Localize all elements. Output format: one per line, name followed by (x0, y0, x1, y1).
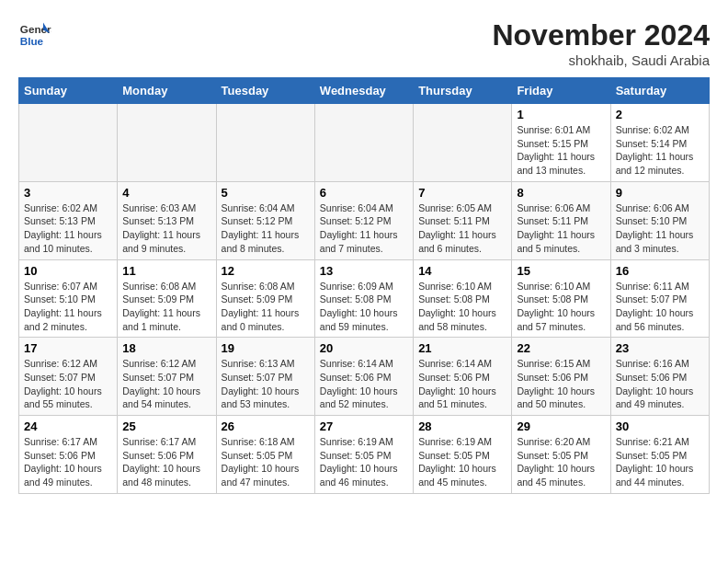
day-info: Sunrise: 6:06 AM Sunset: 5:10 PM Dayligh… (616, 201, 704, 256)
day-number: 2 (616, 108, 704, 121)
day-info: Sunrise: 6:02 AM Sunset: 5:13 PM Dayligh… (24, 201, 112, 256)
calendar-cell: 8Sunrise: 6:06 AM Sunset: 5:11 PM Daylig… (512, 181, 610, 259)
calendar-cell: 30Sunrise: 6:21 AM Sunset: 5:05 PM Dayli… (610, 416, 709, 494)
day-info: Sunrise: 6:13 AM Sunset: 5:07 PM Dayligh… (222, 357, 310, 411)
day-info: Sunrise: 6:14 AM Sunset: 5:06 PM Dayligh… (320, 357, 408, 411)
calendar-cell: 3Sunrise: 6:02 AM Sunset: 5:13 PM Daylig… (19, 181, 118, 259)
weekday-header-saturday: Saturday (610, 78, 709, 104)
day-number: 16 (616, 264, 704, 278)
calendar-header-row: SundayMondayTuesdayWednesdayThursdayFrid… (19, 78, 710, 104)
day-number: 30 (616, 419, 704, 433)
calendar-cell: 6Sunrise: 6:04 AM Sunset: 5:12 PM Daylig… (314, 181, 413, 259)
day-info: Sunrise: 6:18 AM Sunset: 5:05 PM Dayligh… (222, 435, 310, 489)
calendar-table: SundayMondayTuesdayWednesdayThursdayFrid… (18, 77, 710, 494)
calendar-cell: 28Sunrise: 6:19 AM Sunset: 5:05 PM Dayli… (414, 416, 512, 494)
calendar-cell: 11Sunrise: 6:08 AM Sunset: 5:09 PM Dayli… (118, 259, 216, 338)
calendar-cell (216, 104, 314, 182)
month-title: November 2024 (492, 18, 710, 52)
day-number: 1 (517, 108, 605, 121)
calendar-cell: 7Sunrise: 6:05 AM Sunset: 5:11 PM Daylig… (414, 181, 512, 259)
calendar-cell: 24Sunrise: 6:17 AM Sunset: 5:06 PM Dayli… (19, 416, 118, 494)
day-info: Sunrise: 6:19 AM Sunset: 5:05 PM Dayligh… (418, 435, 506, 489)
day-info: Sunrise: 6:03 AM Sunset: 5:13 PM Dayligh… (122, 201, 210, 256)
day-number: 3 (24, 186, 112, 200)
day-number: 14 (418, 264, 506, 278)
day-info: Sunrise: 6:10 AM Sunset: 5:08 PM Dayligh… (418, 280, 506, 334)
day-info: Sunrise: 6:10 AM Sunset: 5:08 PM Dayligh… (517, 280, 605, 334)
weekday-header-friday: Friday (512, 78, 610, 104)
day-info: Sunrise: 6:17 AM Sunset: 5:06 PM Dayligh… (122, 435, 210, 489)
calendar-cell: 14Sunrise: 6:10 AM Sunset: 5:08 PM Dayli… (414, 259, 512, 338)
calendar-cell: 23Sunrise: 6:16 AM Sunset: 5:06 PM Dayli… (610, 338, 709, 416)
calendar-cell: 20Sunrise: 6:14 AM Sunset: 5:06 PM Dayli… (314, 338, 413, 416)
day-number: 9 (616, 186, 704, 200)
day-info: Sunrise: 6:05 AM Sunset: 5:11 PM Dayligh… (418, 201, 506, 256)
calendar-cell: 25Sunrise: 6:17 AM Sunset: 5:06 PM Dayli… (118, 416, 216, 494)
svg-text:Blue: Blue (20, 35, 44, 47)
calendar-week-1: 1Sunrise: 6:01 AM Sunset: 5:15 PM Daylig… (19, 104, 710, 182)
day-number: 27 (320, 419, 408, 433)
calendar-cell: 2Sunrise: 6:02 AM Sunset: 5:14 PM Daylig… (610, 104, 709, 182)
calendar-cell: 13Sunrise: 6:09 AM Sunset: 5:08 PM Dayli… (314, 259, 413, 338)
title-block: November 2024 shokhaib, Saudi Arabia (492, 18, 710, 68)
day-number: 10 (24, 264, 112, 278)
day-info: Sunrise: 6:14 AM Sunset: 5:06 PM Dayligh… (418, 357, 506, 411)
day-number: 4 (122, 186, 210, 200)
day-info: Sunrise: 6:12 AM Sunset: 5:07 PM Dayligh… (122, 357, 210, 411)
calendar-week-4: 17Sunrise: 6:12 AM Sunset: 5:07 PM Dayli… (19, 338, 710, 416)
day-info: Sunrise: 6:04 AM Sunset: 5:12 PM Dayligh… (222, 201, 310, 256)
calendar-cell: 26Sunrise: 6:18 AM Sunset: 5:05 PM Dayli… (216, 416, 314, 494)
day-number: 19 (222, 341, 310, 355)
day-number: 24 (24, 419, 112, 433)
calendar-week-3: 10Sunrise: 6:07 AM Sunset: 5:10 PM Dayli… (19, 259, 710, 338)
calendar-cell: 12Sunrise: 6:08 AM Sunset: 5:09 PM Dayli… (216, 259, 314, 338)
day-number: 21 (418, 341, 506, 355)
day-number: 20 (320, 341, 408, 355)
logo-icon: General Blue (18, 18, 51, 52)
calendar-cell: 1Sunrise: 6:01 AM Sunset: 5:15 PM Daylig… (512, 104, 610, 182)
calendar-cell: 17Sunrise: 6:12 AM Sunset: 5:07 PM Dayli… (19, 338, 118, 416)
day-info: Sunrise: 6:20 AM Sunset: 5:05 PM Dayligh… (517, 435, 605, 489)
day-number: 29 (517, 419, 605, 433)
calendar-cell: 27Sunrise: 6:19 AM Sunset: 5:05 PM Dayli… (314, 416, 413, 494)
day-number: 25 (122, 419, 210, 433)
calendar-cell: 21Sunrise: 6:14 AM Sunset: 5:06 PM Dayli… (414, 338, 512, 416)
calendar-cell: 5Sunrise: 6:04 AM Sunset: 5:12 PM Daylig… (216, 181, 314, 259)
day-number: 28 (418, 419, 506, 433)
day-info: Sunrise: 6:08 AM Sunset: 5:09 PM Dayligh… (222, 280, 310, 334)
day-number: 22 (517, 341, 605, 355)
calendar-cell (314, 104, 413, 182)
logo: General Blue (18, 18, 51, 52)
calendar-cell: 4Sunrise: 6:03 AM Sunset: 5:13 PM Daylig… (118, 181, 216, 259)
calendar-cell: 29Sunrise: 6:20 AM Sunset: 5:05 PM Dayli… (512, 416, 610, 494)
calendar-cell: 10Sunrise: 6:07 AM Sunset: 5:10 PM Dayli… (19, 259, 118, 338)
day-info: Sunrise: 6:19 AM Sunset: 5:05 PM Dayligh… (320, 435, 408, 489)
weekday-header-wednesday: Wednesday (314, 78, 413, 104)
day-info: Sunrise: 6:08 AM Sunset: 5:09 PM Dayligh… (122, 280, 210, 334)
day-info: Sunrise: 6:04 AM Sunset: 5:12 PM Dayligh… (320, 201, 408, 256)
calendar-cell: 16Sunrise: 6:11 AM Sunset: 5:07 PM Dayli… (610, 259, 709, 338)
calendar-cell: 22Sunrise: 6:15 AM Sunset: 5:06 PM Dayli… (512, 338, 610, 416)
day-info: Sunrise: 6:15 AM Sunset: 5:06 PM Dayligh… (517, 357, 605, 411)
weekday-header-monday: Monday (118, 78, 216, 104)
day-number: 6 (320, 186, 408, 200)
calendar-week-2: 3Sunrise: 6:02 AM Sunset: 5:13 PM Daylig… (19, 181, 710, 259)
day-number: 17 (24, 341, 112, 355)
page-header: General Blue November 2024 shokhaib, Sau… (18, 18, 710, 68)
day-info: Sunrise: 6:17 AM Sunset: 5:06 PM Dayligh… (24, 435, 112, 489)
day-info: Sunrise: 6:07 AM Sunset: 5:10 PM Dayligh… (24, 280, 112, 334)
day-number: 13 (320, 264, 408, 278)
calendar-cell (414, 104, 512, 182)
weekday-header-thursday: Thursday (414, 78, 512, 104)
day-number: 11 (122, 264, 210, 278)
day-info: Sunrise: 6:11 AM Sunset: 5:07 PM Dayligh… (616, 280, 704, 334)
weekday-header-sunday: Sunday (19, 78, 118, 104)
day-info: Sunrise: 6:12 AM Sunset: 5:07 PM Dayligh… (24, 357, 112, 411)
calendar-cell: 9Sunrise: 6:06 AM Sunset: 5:10 PM Daylig… (610, 181, 709, 259)
day-number: 18 (122, 341, 210, 355)
calendar-cell: 18Sunrise: 6:12 AM Sunset: 5:07 PM Dayli… (118, 338, 216, 416)
day-number: 26 (222, 419, 310, 433)
calendar-cell: 19Sunrise: 6:13 AM Sunset: 5:07 PM Dayli… (216, 338, 314, 416)
day-info: Sunrise: 6:16 AM Sunset: 5:06 PM Dayligh… (616, 357, 704, 411)
day-number: 12 (222, 264, 310, 278)
